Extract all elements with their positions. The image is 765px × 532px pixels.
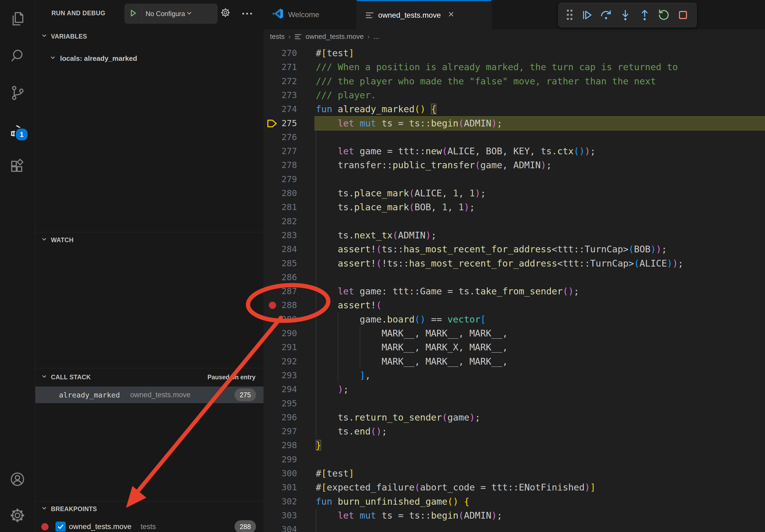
line-number[interactable]: 276 — [274, 130, 297, 144]
line-number[interactable]: 301 — [274, 480, 297, 494]
views-more-actions-icon[interactable] — [241, 9, 253, 19]
breadcrumb-item-file[interactable]: owned_tests.move — [306, 32, 364, 41]
line-number[interactable]: 293 — [274, 368, 297, 383]
watch-section-header[interactable]: WATCH — [41, 236, 74, 244]
code-line-280[interactable]: 280 ts.place_mark(ALICE, 1, 1); — [264, 186, 765, 200]
line-number[interactable]: 274 — [274, 102, 297, 116]
code-line-299[interactable]: 299 — [264, 452, 765, 467]
activity-item-accounts[interactable] — [9, 471, 26, 488]
line-number[interactable]: 282 — [274, 214, 297, 228]
code-line-294[interactable]: 294 ); — [264, 382, 765, 397]
code-line-296[interactable]: 296 ts.return_to_sender(game); — [264, 410, 765, 424]
activity-item-run-and-debug[interactable]: 1 — [9, 122, 26, 139]
activity-item-source-control[interactable] — [9, 84, 26, 102]
line-number[interactable]: 286 — [274, 270, 297, 285]
code-line-281[interactable]: 281 ts.place_mark(BOB, 1, 1); — [264, 200, 765, 214]
line-number[interactable]: 294 — [274, 382, 297, 397]
step-out-button[interactable] — [637, 8, 652, 23]
line-number[interactable]: 289 — [274, 312, 297, 327]
code-line-283[interactable]: 283 ts.next_tx(ADMIN); — [264, 228, 765, 242]
code-line-276[interactable]: 276 — [264, 130, 765, 144]
code-line-282[interactable]: 282 — [264, 214, 765, 228]
line-number[interactable]: 280 — [274, 186, 297, 200]
line-number[interactable]: 287 — [274, 284, 297, 298]
code-line-290[interactable]: 290 MARK__, MARK__, MARK__, — [264, 326, 765, 341]
line-number[interactable]: 299 — [274, 452, 297, 467]
tab-welcome[interactable]: Welcome — [264, 0, 357, 29]
restart-button[interactable] — [656, 8, 671, 23]
line-number[interactable]: 298 — [274, 438, 297, 452]
line-number[interactable]: 275 — [274, 116, 297, 131]
debug-settings-gear-icon[interactable] — [220, 7, 231, 19]
code-line-295[interactable]: 295 — [264, 397, 765, 411]
line-number[interactable]: 270 — [274, 46, 297, 60]
toolbar-drag-handle[interactable] — [564, 8, 575, 23]
code-line-292[interactable]: 292 MARK__, MARK__, MARK__, — [264, 355, 765, 369]
code-line-302[interactable]: 302fun burn_unfinished_game() { — [264, 494, 765, 509]
code-line-274[interactable]: 274fun already_marked() { — [264, 102, 765, 116]
code-line-278[interactable]: 278 transfer::public_transfer(game, ADMI… — [264, 158, 765, 172]
step-over-button[interactable] — [598, 8, 613, 23]
line-number[interactable]: 304 — [274, 522, 297, 532]
line-number[interactable]: 300 — [274, 466, 297, 481]
code-line-277[interactable]: 277 let game = ttt::new(ALICE, BOB, KEY,… — [264, 144, 765, 158]
code-line-284[interactable]: 284 assert!(ts::has_most_recent_for_addr… — [264, 242, 765, 256]
line-number[interactable]: 273 — [274, 88, 297, 102]
line-number[interactable]: 283 — [274, 228, 297, 242]
line-number[interactable]: 285 — [274, 256, 297, 271]
activity-item-search[interactable] — [9, 48, 26, 65]
stop-button[interactable] — [675, 8, 690, 23]
code-line-291[interactable]: 291 MARK__, MARK_X, MARK__, — [264, 340, 765, 355]
call-stack-frame-row[interactable]: already_marked owned_tests.move 275 — [35, 387, 264, 403]
start-debug-button[interactable] — [125, 4, 142, 23]
code-line-285[interactable]: 285 assert!(!ts::has_most_recent_for_add… — [264, 256, 765, 271]
line-number[interactable]: 272 — [274, 74, 297, 89]
code-line-303[interactable]: 303 let mut ts = ts::begin(ADMIN); — [264, 508, 765, 523]
line-number[interactable]: 278 — [274, 158, 297, 172]
line-number[interactable]: 295 — [274, 397, 297, 411]
code-line-289[interactable]: 289 game.board() == vector[ — [264, 312, 765, 327]
line-number[interactable]: 284 — [274, 242, 297, 256]
activity-item-extensions[interactable] — [9, 158, 26, 176]
breakpoints-section-header[interactable]: BREAKPOINTS — [41, 505, 97, 513]
line-number[interactable]: 290 — [274, 326, 297, 341]
code-line-293[interactable]: 293 ], — [264, 368, 765, 383]
line-number[interactable]: 297 — [274, 424, 297, 438]
code-line-279[interactable]: 279 — [264, 172, 765, 186]
line-number[interactable]: 281 — [274, 200, 297, 214]
breadcrumb-item-tests[interactable]: tests — [270, 32, 285, 41]
close-icon[interactable] — [447, 10, 455, 20]
variables-scope-row[interactable]: locals: already_marked — [49, 54, 137, 63]
line-number[interactable]: 279 — [274, 172, 297, 186]
line-number[interactable]: 291 — [274, 340, 297, 355]
code-line-275[interactable]: 275 let mut ts = ts::begin(ADMIN); — [264, 116, 765, 131]
variables-section-header[interactable]: VARIABLES — [41, 32, 87, 41]
activity-item-settings[interactable] — [9, 507, 26, 524]
line-number[interactable]: 296 — [274, 410, 297, 424]
line-number[interactable]: 277 — [274, 144, 297, 158]
code-line-286[interactable]: 286 — [264, 270, 765, 285]
code-line-298[interactable]: 298} — [264, 438, 765, 452]
debug-config-dropdown[interactable]: No Configura — [125, 4, 217, 24]
code-line-304[interactable]: 304 — [264, 522, 765, 532]
breakpoint-checkbox[interactable] — [56, 522, 66, 532]
activity-item-explorer[interactable] — [9, 10, 26, 27]
code-line-270[interactable]: 270#[test] — [264, 46, 765, 60]
breakpoint-list-item[interactable]: owned_tests.move tests 288 — [35, 519, 264, 532]
line-number[interactable]: 292 — [274, 355, 297, 369]
code-line-271[interactable]: 271/// When a position is already marked… — [264, 60, 765, 74]
line-number[interactable]: 288 — [274, 298, 297, 312]
code-line-288[interactable]: 288 assert!( — [264, 298, 765, 312]
call-stack-section-header[interactable]: CALL STACK — [41, 373, 91, 382]
code-line-301[interactable]: 301#[expected_failure(abort_code = ttt::… — [264, 480, 765, 494]
tab-owned-tests-move[interactable]: owned_tests.move — [357, 0, 491, 29]
code-line-273[interactable]: 273/// player. — [264, 88, 765, 102]
line-number[interactable]: 271 — [274, 60, 297, 74]
line-number[interactable]: 302 — [274, 494, 297, 509]
continue-button[interactable] — [579, 8, 594, 23]
code-line-300[interactable]: 300#[test] — [264, 466, 765, 481]
code-line-272[interactable]: 272/// the player who made the "false" m… — [264, 74, 765, 89]
code-line-287[interactable]: 287 let game: ttt::Game = ts.take_from_s… — [264, 284, 765, 298]
line-number[interactable]: 303 — [274, 508, 297, 523]
step-into-button[interactable] — [618, 8, 633, 23]
